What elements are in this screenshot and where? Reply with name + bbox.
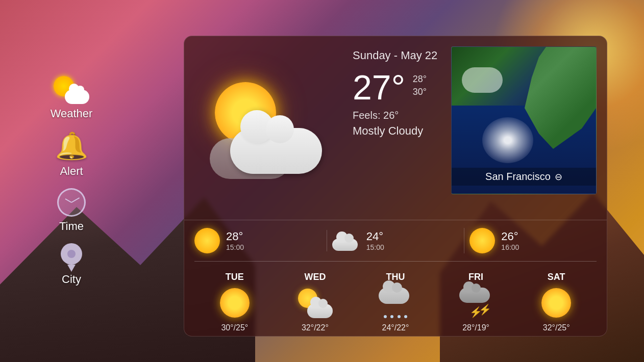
main-weather-icon bbox=[205, 77, 322, 179]
day-fri: FRI ⚡ ⚡ 28°/19° bbox=[436, 269, 516, 335]
hourly-cloud-icon-1 bbox=[332, 230, 360, 251]
sidebar-label-city: City bbox=[62, 273, 81, 286]
hourly-text-1: 24° 15:00 bbox=[366, 230, 384, 251]
sidebar: Weather 🔔 Alert Time City bbox=[0, 0, 143, 362]
hourly-temp-2: 26° bbox=[501, 230, 519, 243]
location-label: San Francisco ⊖ bbox=[452, 168, 596, 186]
day-label-tue: TUE bbox=[226, 272, 244, 282]
day-icon-fri: ⚡ ⚡ bbox=[458, 288, 494, 318]
hourly-text-0: 28° 15:00 bbox=[226, 230, 244, 251]
hourly-temp-1: 24° bbox=[366, 230, 384, 243]
sidebar-item-city[interactable]: City bbox=[61, 243, 82, 286]
day-thu: THU 24°/22° bbox=[355, 269, 436, 335]
day-temps-sat: 32°/25° bbox=[543, 323, 570, 332]
day-label-wed: WED bbox=[304, 272, 326, 282]
day-temps-fri: 28°/19° bbox=[462, 323, 489, 332]
location-icon: ⊖ bbox=[555, 171, 562, 183]
day-temps-tue: 30°/25° bbox=[221, 323, 248, 332]
day-icon-thu bbox=[378, 288, 413, 318]
location-text: San Francisco bbox=[485, 171, 551, 183]
sat-hurricane bbox=[482, 117, 533, 163]
thu-snow-icon bbox=[378, 288, 413, 318]
pin-icon bbox=[61, 243, 82, 270]
weekly-forecast-row: TUE 30°/25° WED 32°/22° THU bbox=[184, 262, 607, 337]
temp-low: 30° bbox=[413, 87, 427, 97]
bell-icon: 🔔 bbox=[55, 131, 88, 162]
hourly-time-2: 16:00 bbox=[501, 243, 519, 251]
sidebar-item-time[interactable]: Time bbox=[57, 188, 86, 233]
sidebar-label-alert: Alert bbox=[60, 165, 83, 178]
sidebar-item-alert[interactable]: 🔔 Alert bbox=[55, 131, 88, 178]
day-label-sat: SAT bbox=[548, 272, 565, 282]
day-temps-thu: 24°/22° bbox=[382, 323, 409, 332]
hourly-time-0: 15:00 bbox=[226, 243, 244, 251]
sidebar-label-weather: Weather bbox=[51, 107, 93, 120]
clock-icon bbox=[57, 188, 86, 217]
sat-sun-icon bbox=[541, 288, 571, 318]
day-sat: SAT 32°/25° bbox=[516, 269, 597, 335]
hourly-item-2: 26° 16:00 bbox=[464, 228, 597, 253]
hourly-time-1: 15:00 bbox=[366, 243, 384, 251]
hourly-sun-icon-0 bbox=[194, 228, 220, 253]
wed-partly-icon bbox=[297, 288, 333, 318]
day-wed: WED 32°/22° bbox=[275, 269, 356, 335]
day-icon-wed bbox=[297, 288, 333, 318]
current-temp: 27° bbox=[353, 70, 405, 105]
sat-cloud1 bbox=[462, 67, 503, 93]
hourly-sun-icon-2 bbox=[469, 228, 495, 253]
temp-high: 28° bbox=[413, 74, 427, 85]
day-temps-wed: 32°/22° bbox=[302, 323, 329, 332]
day-tue: TUE 30°/25° bbox=[194, 269, 275, 335]
satellite-map: San Francisco ⊖ bbox=[451, 46, 597, 194]
day-icon-sat bbox=[538, 288, 574, 318]
hourly-temp-0: 28° bbox=[226, 230, 244, 243]
main-cloud bbox=[230, 128, 322, 174]
weather-widget: Sunday - May 22 27° 28° 30° Feels: 26° M… bbox=[184, 36, 607, 337]
day-icon-tue bbox=[217, 288, 253, 318]
hourly-item-1: 24° 15:00 bbox=[327, 230, 459, 251]
weekly-forecast: TUE 30°/25° WED 32°/22° THU bbox=[184, 262, 607, 337]
hourly-item-0: 28° 15:00 bbox=[194, 228, 321, 253]
sidebar-label-time: Time bbox=[59, 220, 84, 233]
temp-minmax: 28° 30° bbox=[413, 70, 427, 97]
fri-thunder-icon: ⚡ ⚡ bbox=[458, 288, 494, 318]
day-label-fri: FRI bbox=[468, 272, 483, 282]
weather-icon bbox=[54, 76, 89, 104]
sidebar-item-weather[interactable]: Weather bbox=[51, 76, 93, 120]
hourly-text-2: 26° 16:00 bbox=[501, 230, 519, 251]
hourly-forecast: 28° 15:00 24° 15:00 26° 16:00 bbox=[184, 220, 607, 261]
tue-sun-icon bbox=[220, 288, 250, 318]
widget-top: Sunday - May 22 27° 28° 30° Feels: 26° M… bbox=[184, 36, 607, 220]
weather-visual bbox=[184, 36, 342, 220]
